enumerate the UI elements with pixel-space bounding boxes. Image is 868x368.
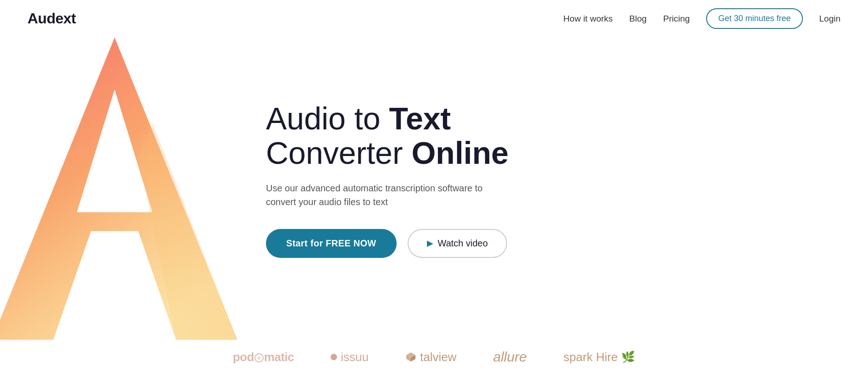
logo-talview: talview — [405, 350, 456, 364]
allure-text: allure — [493, 349, 526, 364]
talview-cube-icon — [405, 351, 416, 362]
logo-sparkhire: spark Hire 🌿 — [564, 350, 635, 364]
nav-blog[interactable]: Blog — [629, 14, 647, 24]
talview-text: talview — [420, 350, 456, 364]
play-icon: ▶ — [427, 238, 433, 248]
hero-title-part1: Audio to — [266, 101, 389, 136]
hero-buttons: Start for FREE NOW ▶ Watch video — [266, 229, 509, 258]
hero-title-part2: Converter — [266, 135, 411, 170]
hero-title-bold2: Online — [411, 135, 509, 170]
hero-title-bold1: Text — [389, 101, 451, 136]
flame-icon: 🌿 — [621, 351, 635, 363]
nav-cta-button[interactable]: Get 30 minutes free — [706, 8, 802, 29]
hero-title: Audio to Text Converter Online — [266, 101, 509, 170]
hero-content: Audio to Text Converter Online Use our a… — [266, 101, 509, 258]
nav-pricing[interactable]: Pricing — [663, 14, 690, 24]
logo-podomatic: podomatic — [233, 350, 294, 364]
nav-login[interactable]: Login — [819, 14, 841, 24]
start-free-button[interactable]: Start for FREE NOW — [266, 229, 397, 258]
main-nav: How it works Blog Pricing Get 30 minutes… — [564, 8, 840, 29]
podomatic-circle-o: o — [254, 353, 264, 362]
issuu-text: issuu — [341, 350, 369, 364]
hero-section: Audio to Text Converter Online Use our a… — [0, 37, 868, 322]
watch-video-button[interactable]: ▶ Watch video — [408, 229, 507, 258]
hero-subtitle: Use our advanced automatic transcription… — [266, 181, 486, 209]
site-logo[interactable]: Audext — [28, 10, 76, 27]
logo-allure: allure — [493, 349, 526, 365]
logo-issuu: issuu — [331, 350, 369, 364]
header: Audext How it works Blog Pricing Get 30 … — [0, 0, 868, 37]
issuu-dot-icon — [331, 354, 337, 360]
logos-section: podomatic issuu talview allure spark Hir… — [0, 331, 868, 368]
watch-video-label: Watch video — [438, 238, 488, 249]
decorative-a — [0, 28, 248, 349]
nav-how-it-works[interactable]: How it works — [564, 14, 613, 24]
sparkhire-text: spark Hire — [564, 350, 618, 364]
